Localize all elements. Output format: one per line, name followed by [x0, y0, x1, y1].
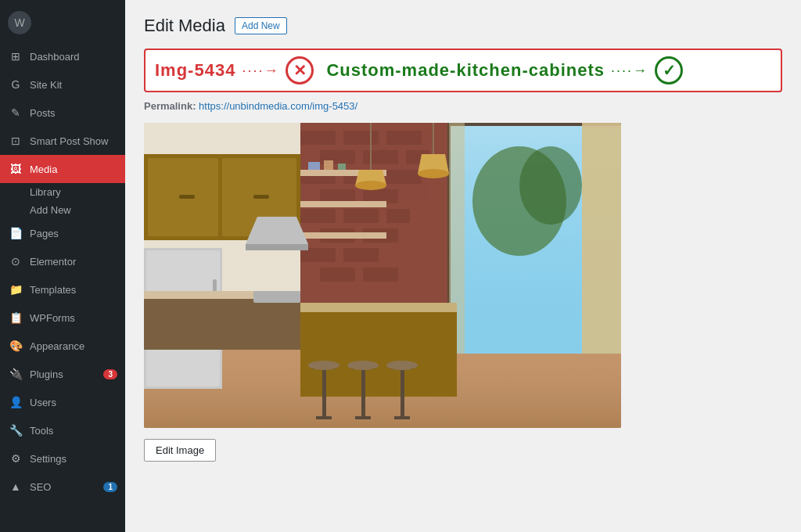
sidebar-item-users[interactable]: 👤Users	[0, 388, 125, 416]
edit-image-button[interactable]: Edit Image	[144, 439, 216, 462]
page-header: Edit Media Add New	[144, 16, 782, 36]
sidebar-item-pages[interactable]: 📄Pages	[0, 219, 125, 247]
permalink-label: Permalink:	[144, 100, 196, 112]
sidebar-sub-item-add-new[interactable]: Add New	[0, 201, 125, 219]
sidebar-item-label-sitekit: Site Kit	[30, 79, 117, 91]
sidebar-item-label-wpforms: WPForms	[30, 312, 117, 324]
sidebar-item-seo[interactable]: ▲SEO1	[0, 473, 125, 501]
svg-rect-72	[253, 291, 300, 303]
sidebar-item-templates[interactable]: 📁Templates	[0, 275, 125, 304]
svg-rect-36	[253, 195, 269, 199]
sidebar-item-dashboard[interactable]: ⊞Dashboard	[0, 42, 125, 70]
plugins-icon: 🔌	[8, 366, 23, 382]
sidebar-item-elementor[interactable]: ⊙Elementor	[0, 247, 125, 275]
posts-icon: ✎	[8, 105, 23, 120]
sidebar-item-wrapper-tools: 🔧Tools	[0, 416, 125, 444]
users-icon: 👤	[8, 394, 23, 410]
smart-post-show-icon: ⊡	[8, 133, 23, 149]
sidebar-item-smart-post-show[interactable]: ⊡Smart Post Show	[0, 127, 125, 155]
templates-icon: 📁	[8, 282, 23, 297]
svg-rect-12	[386, 170, 422, 184]
sidebar-item-label-users: Users	[30, 397, 117, 408]
svg-rect-5	[343, 131, 379, 145]
svg-rect-8	[363, 150, 398, 164]
sidebar-item-plugins[interactable]: 🔌Plugins3	[0, 360, 125, 388]
sidebar-item-wrapper-elementor: ⊙Elementor	[0, 247, 125, 275]
sidebar-item-wrapper-posts: ✎Posts	[0, 99, 125, 127]
svg-rect-40	[308, 162, 320, 170]
sidebar-item-wrapper-appearance: 🎨Appearance	[0, 332, 125, 360]
svg-rect-71	[246, 244, 308, 250]
svg-point-31	[519, 146, 582, 225]
sidebar-item-media[interactable]: 🖼Media	[0, 155, 125, 183]
plugins-badge: 3	[103, 369, 117, 379]
filename-old: Img-5434	[155, 60, 235, 81]
dashboard-icon: ⊞	[8, 49, 23, 64]
svg-rect-6	[386, 131, 422, 145]
svg-rect-22	[320, 268, 355, 282]
arrow-dashes-green: ····→	[611, 63, 648, 79]
sidebar-item-label-settings: Settings	[30, 453, 117, 465]
media-icon: 🖼	[8, 161, 23, 177]
svg-rect-42	[338, 164, 346, 170]
kitchen-image-svg	[144, 123, 621, 428]
media-image	[144, 123, 621, 428]
sidebar-item-wrapper-dashboard: ⊞Dashboard	[0, 42, 125, 70]
settings-icon: ⚙	[8, 451, 23, 466]
sidebar-logo: W	[0, 0, 125, 42]
svg-rect-4	[300, 131, 336, 145]
svg-rect-56	[361, 369, 365, 416]
sidebar-item-label-media: Media	[30, 164, 117, 175]
svg-point-62	[347, 361, 379, 370]
svg-rect-59	[400, 369, 404, 416]
sidebar-item-appearance[interactable]: 🎨Appearance	[0, 332, 125, 360]
sidebar-item-wrapper-pages: 📄Pages	[0, 219, 125, 247]
sidebar-sub-item-library[interactable]: Library	[0, 183, 125, 201]
sidebar-item-label-dashboard: Dashboard	[30, 51, 117, 63]
appearance-icon: 🎨	[8, 338, 23, 354]
svg-rect-53	[322, 369, 326, 416]
sidebar-item-label-elementor: Elementor	[30, 256, 117, 268]
sidebar-item-wrapper-smart-post-show: ⊡Smart Post Show	[0, 127, 125, 155]
sidebar-item-wrapper-settings: ⚙Settings	[0, 444, 125, 473]
sidebar-item-wpforms[interactable]: 📋WPForms	[0, 304, 125, 332]
sidebar-item-tools[interactable]: 🔧Tools	[0, 416, 125, 444]
sidebar-item-wrapper-templates: 📁Templates	[0, 275, 125, 304]
sidebar-item-posts[interactable]: ✎Posts	[0, 99, 125, 127]
sidebar-item-label-plugins: Plugins	[30, 368, 97, 380]
sidebar-item-label-tools: Tools	[30, 425, 117, 437]
check-icon-circle: ✓	[655, 56, 683, 84]
svg-rect-51	[300, 303, 457, 312]
arrow-dashes-red: ····→	[242, 63, 279, 79]
sidebar-item-label-appearance: Appearance	[30, 340, 117, 352]
svg-point-69	[418, 169, 449, 178]
svg-rect-57	[355, 416, 371, 419]
permalink-row: Permalink: https://unbindmedia.com/img-5…	[144, 100, 782, 112]
sidebar-item-wrapper-sitekit: GSite Kit	[0, 70, 125, 99]
svg-point-63	[386, 361, 418, 370]
svg-rect-28	[582, 123, 621, 354]
sidebar-item-wrapper-media: 🖼MediaLibraryAdd New	[0, 155, 125, 219]
filename-row: Img-5434 ····→ ✕ Custom-made-kitchen-cab…	[144, 49, 782, 92]
sitekit-icon: G	[8, 77, 23, 92]
sidebar-item-label-pages: Pages	[30, 228, 117, 239]
svg-point-66	[355, 181, 386, 190]
svg-point-61	[308, 361, 339, 370]
add-new-button[interactable]: Add New	[235, 17, 287, 34]
svg-rect-16	[343, 209, 379, 223]
seo-icon: ▲	[8, 479, 23, 494]
sidebar-item-wrapper-plugins: 🔌Plugins3	[0, 360, 125, 388]
elementor-icon: ⊙	[8, 253, 23, 269]
wpforms-icon: 📋	[8, 310, 23, 325]
svg-rect-35	[179, 195, 195, 199]
page-title: Edit Media	[144, 16, 225, 36]
sidebar-item-sitekit[interactable]: GSite Kit	[0, 70, 125, 99]
svg-rect-21	[343, 248, 379, 262]
permalink-link[interactable]: https://unbindmedia.com/img-5453/	[199, 100, 357, 112]
sidebar-item-settings[interactable]: ⚙Settings	[0, 444, 125, 473]
svg-rect-23	[363, 268, 398, 282]
sidebar-item-wrapper-wpforms: 📋WPForms	[0, 304, 125, 332]
sidebar-item-label-smart-post-show: Smart Post Show	[30, 135, 117, 147]
svg-rect-41	[324, 160, 333, 170]
svg-rect-38	[300, 201, 386, 207]
